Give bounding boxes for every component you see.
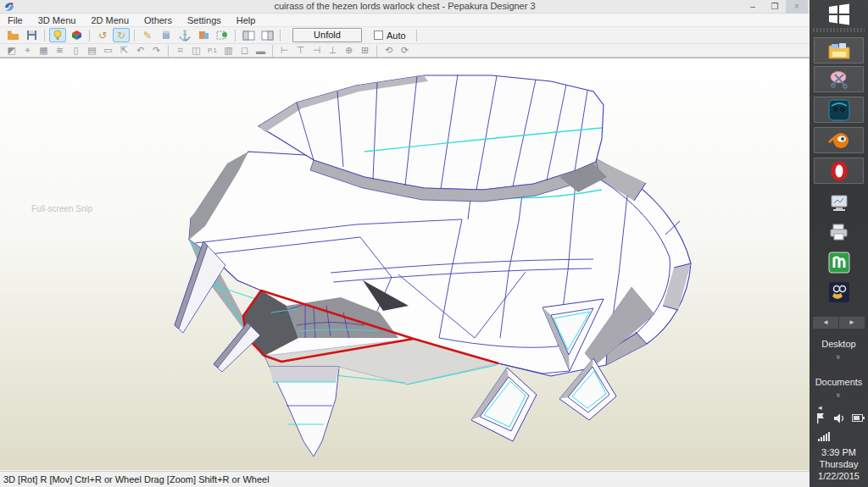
volume-icon[interactable] xyxy=(833,413,844,423)
select-part-icon[interactable]: ◩ xyxy=(4,45,19,57)
main-toolbar: ↺ ↻ ✎ ⚓ Unfold Auto xyxy=(0,27,810,44)
snipping-tool-icon xyxy=(828,69,850,90)
unfold-button[interactable]: Unfold xyxy=(292,28,362,42)
menu-help[interactable]: Help xyxy=(229,15,264,25)
desktop-expand-chevron[interactable]: » xyxy=(810,352,868,361)
blender-icon xyxy=(827,130,851,151)
taskbar-paint-app[interactable] xyxy=(814,280,864,304)
file-explorer-icon xyxy=(828,42,850,60)
printer-icon xyxy=(829,223,849,241)
clock-day[interactable]: Thursday xyxy=(810,459,868,469)
display-monitor-icon xyxy=(829,193,849,213)
menu-bar: File 3D Menu 2D Menu Others Settings Hel… xyxy=(0,14,810,27)
select-green-sphere-icon[interactable] xyxy=(214,28,231,42)
pencil-edit-icon[interactable]: ✎ xyxy=(139,28,156,42)
3d-model-wireframe xyxy=(0,58,810,470)
save-file-icon[interactable] xyxy=(23,28,40,42)
taskbar-media-app[interactable] xyxy=(814,97,864,123)
stack-parts-icon[interactable]: ▥ xyxy=(221,45,236,57)
model-funnel xyxy=(270,367,339,457)
print-layout-icon[interactable]: ▬ xyxy=(253,45,268,57)
menu-settings[interactable]: Settings xyxy=(180,15,229,25)
menu-file[interactable]: File xyxy=(0,15,31,25)
layout-3d-window-icon[interactable] xyxy=(240,28,257,42)
edge-select-icon[interactable]: ⌖ xyxy=(20,45,35,57)
open-file-icon[interactable] xyxy=(4,28,21,42)
restore-button[interactable]: ❐ xyxy=(764,0,786,14)
light-toggle-icon[interactable] xyxy=(49,28,66,42)
align-top-icon[interactable]: ⊤ xyxy=(293,45,308,57)
windows-logo-icon xyxy=(827,3,851,26)
action-center-flag-icon[interactable] xyxy=(816,412,826,423)
texture-cube-icon[interactable] xyxy=(68,28,85,42)
anchor-icon[interactable]: ⚓ xyxy=(176,28,193,42)
divide-face-icon[interactable]: ◫ xyxy=(189,45,203,57)
taskbar-printer[interactable] xyxy=(814,220,864,244)
minimize-button[interactable]: – xyxy=(742,0,764,14)
pepakura-window: cuirass of the hezen lords warlock chest… xyxy=(0,0,810,487)
rotate-view-active-icon[interactable]: ↻ xyxy=(113,28,130,42)
window-title: cuirass of the hezen lords warlock chest… xyxy=(0,1,810,11)
sheet-icon[interactable]: ▤ xyxy=(85,45,99,57)
menu-others[interactable]: Others xyxy=(136,15,180,25)
documents-expand-chevron[interactable]: » xyxy=(810,390,868,399)
system-tray xyxy=(816,412,864,423)
glue-tabs-icon[interactable]: ▯ xyxy=(69,45,83,57)
rotate-90-icon[interactable]: ⟳ xyxy=(398,45,412,57)
clock-time[interactable]: 3:39 PM xyxy=(810,447,868,457)
taskbar-notepad-n[interactable] xyxy=(814,251,864,274)
texture-image-icon[interactable]: ▦ xyxy=(36,45,51,57)
rotate-view-icon[interactable]: ↺ xyxy=(94,28,111,42)
scroll-left-button[interactable]: ◄ xyxy=(813,317,838,329)
align-bottom-icon[interactable]: ⊥ xyxy=(326,45,340,57)
auto-label: Auto xyxy=(387,30,406,41)
taskbar-scroll-row: ◄ ► xyxy=(813,317,865,329)
network-signal-icon[interactable] xyxy=(818,432,830,441)
title-bar: cuirass of the hezen lords warlock chest… xyxy=(0,0,810,14)
align-distribute-icon[interactable]: ⊞ xyxy=(358,45,372,57)
rotate-30-icon[interactable]: ⟲ xyxy=(381,45,396,57)
secondary-toolbar: ◩ ⌖ ▦ ≋ ▯ ▤ ▭ ⇱ ↶ ↷ ⌗ ◫ P.1 ▥ ◻ ▬ ⊢ ⊤ ⊣ … xyxy=(0,44,810,58)
material-colors-icon[interactable] xyxy=(195,28,212,42)
taskbar-display-monitor[interactable] xyxy=(814,191,864,215)
part-number-icon[interactable]: P.1 xyxy=(205,45,220,57)
menu-2d[interactable]: 2D Menu xyxy=(83,15,136,25)
opera-icon xyxy=(829,160,849,182)
scroll-right-button[interactable]: ► xyxy=(839,317,865,329)
taskbar-snipping-tool[interactable] xyxy=(814,66,864,92)
taskbar-opera[interactable] xyxy=(814,158,864,184)
paint-app-icon xyxy=(828,281,850,303)
align-left-icon[interactable]: ⊢ xyxy=(277,45,292,57)
windows-taskbar: ◄ ► Desktop » Documents » ◂ 3:39 PM Thur… xyxy=(810,0,868,487)
solid-view-icon[interactable] xyxy=(158,28,175,42)
power-battery-icon[interactable] xyxy=(852,414,863,422)
notepad-n-icon xyxy=(828,252,850,274)
taskbar-blender[interactable] xyxy=(814,127,864,153)
taskbar-drag-handle xyxy=(813,28,865,32)
taskbar-file-explorer[interactable] xyxy=(814,37,864,64)
documents-toolbar-label[interactable]: Documents xyxy=(810,377,868,387)
align-center-h-icon[interactable]: ⊕ xyxy=(342,45,356,57)
3d-viewport[interactable]: Full-screen Snip xyxy=(0,58,810,470)
align-right-icon[interactable]: ⊣ xyxy=(309,45,324,57)
menu-3d[interactable]: 3D Menu xyxy=(31,15,84,25)
auto-checkbox[interactable] xyxy=(374,30,383,40)
mirror-icon[interactable]: ▭ xyxy=(101,45,115,57)
start-button[interactable] xyxy=(810,2,868,27)
bound-box-icon[interactable]: ⌗ xyxy=(173,45,187,57)
move-part-icon[interactable]: ⇱ xyxy=(117,45,131,57)
rotate-right-icon[interactable]: ↷ xyxy=(149,45,164,57)
sheet-preview-icon[interactable]: ◻ xyxy=(237,45,252,57)
layers-icon[interactable]: ≋ xyxy=(53,45,67,57)
status-bar: 3D [Rot] R [Mov] Ctrl+R or Wheel Drag [Z… xyxy=(0,471,810,487)
rotate-left-icon[interactable]: ↶ xyxy=(133,45,147,57)
layout-2d-window-icon[interactable] xyxy=(259,28,275,42)
media-app-icon xyxy=(828,99,850,121)
close-button[interactable]: × xyxy=(786,0,808,14)
clock-date[interactable]: 1/22/2015 xyxy=(810,471,868,481)
show-hidden-icons-button[interactable]: ◂ xyxy=(818,403,822,412)
desktop-toolbar-label[interactable]: Desktop xyxy=(810,339,868,349)
